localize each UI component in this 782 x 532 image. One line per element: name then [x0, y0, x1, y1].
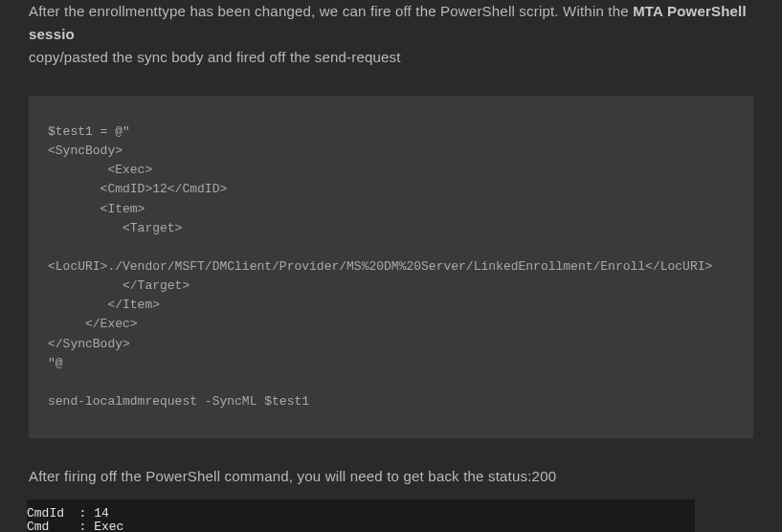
status-paragraph: After firing off the PowerShell command,… [29, 465, 753, 488]
powershell-code-block: $test1 = @" <SyncBody> <Exec> <CmdID>12<… [29, 96, 753, 438]
intro-paragraph: After the enrollmenttype has been change… [29, 0, 753, 69]
intro-text-part1: After the enrollmenttype has been change… [29, 3, 633, 19]
powershell-output-block: CmdId : 14 Cmd : Exec Status : 200 OmaUr… [27, 499, 695, 532]
intro-text-part2: copy/pasted the sync body and fired off … [29, 49, 401, 65]
